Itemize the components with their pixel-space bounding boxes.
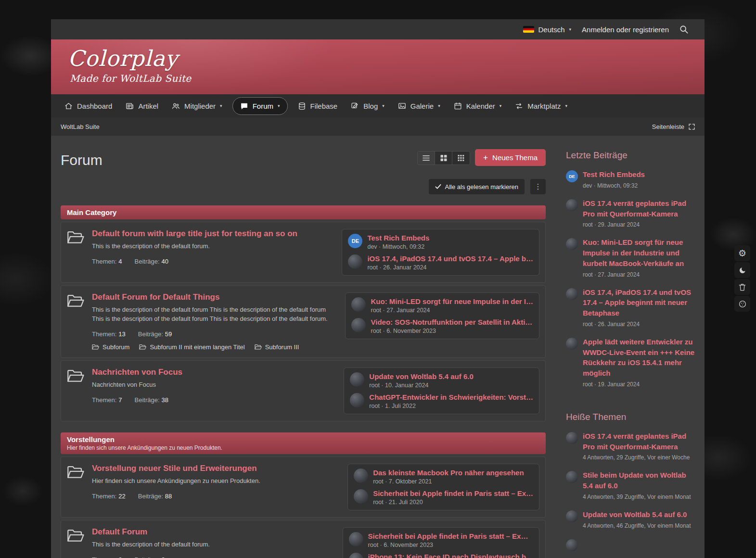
chat-icon (240, 102, 248, 110)
dark-mode-button[interactable] (734, 262, 750, 278)
nav-item-dashboard[interactable]: Dashboard (58, 94, 119, 117)
chevron-down-icon: ▾ (438, 104, 440, 108)
chevron-down-icon: ▾ (220, 104, 222, 108)
latest-post-meta: dev · Mittwoch, 09:32 (367, 243, 533, 250)
latest-post: ChatGPT-Entwickler in Schwierigkeiten: V… (350, 393, 533, 409)
list-view-icon (423, 155, 430, 161)
nav-item-blog[interactable]: Blog ▾ (344, 94, 391, 117)
sidebar-post-link[interactable]: Apple lädt weitere Entwickler zu WWDC-Li… (583, 337, 695, 379)
nav-item-forum[interactable]: Forum ▾ (232, 97, 288, 115)
latest-post-link[interactable]: Sicherheit bei Apple findet in Paris sta… (368, 532, 533, 540)
avatar[interactable] (349, 553, 363, 558)
latest-post-item: DE Test Rich Embeds dev · Mittwoch, 09:3… (566, 169, 695, 190)
chevron-down-icon: ▾ (278, 104, 280, 108)
avatar[interactable] (566, 432, 578, 444)
forum-link[interactable]: Default Forum for Default Things (92, 292, 219, 302)
avatar[interactable] (566, 471, 578, 483)
forum-description: Nachrichten von Focus (92, 380, 332, 390)
forum-link[interactable]: Vorstellung neuer Stile und Erweiterunge… (92, 464, 257, 473)
sidebar-post-link[interactable]: iOS 17.4 verrät geplantes iPad Pro mit Q… (583, 431, 695, 452)
latest-post: iOS 17.4, iPadOS 17.4 und tvOS 17.4 – Ap… (348, 254, 533, 271)
view-toggle-grid[interactable] (435, 152, 452, 165)
search-button[interactable] (679, 25, 688, 34)
grid-view-icon (440, 155, 447, 161)
avatar[interactable] (566, 338, 578, 350)
sidebar-post-link[interactable]: iOS 17.4, iPadOS 17.4 und tvOS 17.4 – Ap… (583, 287, 695, 318)
cookie-button[interactable] (734, 296, 750, 312)
avatar[interactable] (354, 469, 368, 483)
latest-post-link[interactable]: Das kleinste Macbook Pro näher angesehen (373, 469, 533, 477)
style-settings-button[interactable]: ⚙ (734, 245, 750, 261)
avatar[interactable] (566, 510, 578, 522)
latest-post-link[interactable]: Update von Woltlab 5.4 auf 6.0 (369, 372, 533, 380)
latest-post: DE Test Rich Embeds dev · Mittwoch, 09:3… (348, 234, 533, 250)
nav-item-kalender[interactable]: Kalender ▾ (447, 94, 509, 117)
latest-post: Kuo: Mini-LED sorgt für neue Impulse in … (351, 297, 533, 314)
nav-label: Forum (253, 102, 273, 110)
latest-post-link[interactable]: Sicherheit bei Apple findet in Paris sta… (373, 489, 533, 497)
new-topic-button[interactable]: + Neues Thema (475, 149, 546, 166)
latest-post-link[interactable]: iOS 17.4, iPadOS 17.4 und tvOS 17.4 – Ap… (367, 254, 533, 263)
sidebar-post-link[interactable]: Kuo: Mini-LED sorgt für neue Impulse in … (583, 237, 695, 268)
avatar[interactable] (566, 199, 578, 211)
nav-item-marktplatz[interactable]: Marktplatz ▾ (508, 94, 574, 117)
latest-post-meta: root · 7. Oktober 2021 (373, 478, 533, 485)
latest-post-link[interactable]: ChatGPT-Entwickler in Schwierigkeiten: V… (369, 393, 533, 401)
avatar[interactable] (566, 539, 578, 551)
latest-post-link[interactable]: Kuo: Mini-LED sorgt für neue Impulse in … (371, 297, 533, 305)
forum-link[interactable]: Nachrichten von Focus (92, 368, 182, 377)
category-header[interactable]: Main Category (61, 205, 546, 219)
latest-post-link[interactable]: Video: SOS-Notruffunktion per Satellit i… (371, 318, 533, 326)
folder-icon (67, 465, 84, 510)
site-logo[interactable]: Colorplay (68, 46, 705, 71)
sidebar: Letzte Beiträge DE Test Rich Embeds dev … (566, 148, 695, 558)
view-toggle-list[interactable] (418, 152, 435, 165)
avatar[interactable] (566, 288, 578, 300)
nav-label: Filebase (310, 102, 338, 110)
nav-item-mitglieder[interactable]: Mitglieder ▾ (165, 94, 229, 117)
latest-post-item: iOS 17.4, iPadOS 17.4 und tvOS 17.4 – Ap… (566, 287, 695, 329)
login-link[interactable]: Anmelden oder registrieren (582, 25, 669, 34)
avatar[interactable] (354, 489, 368, 504)
avatar[interactable] (349, 532, 363, 546)
avatar[interactable]: DE (348, 234, 362, 248)
sidebar-post-link[interactable]: Update von Woltlab 5.4 auf 6.0 (583, 509, 691, 520)
latest-posts-box: Update von Woltlab 5.4 auf 6.0 root · 10… (344, 368, 539, 414)
avatar[interactable] (351, 297, 366, 312)
forum-link[interactable]: Default Forum (92, 527, 147, 537)
mark-read-button[interactable]: Alle als gelesen markieren (429, 179, 525, 194)
sidebar-toggle[interactable]: Seitenleiste (652, 123, 695, 130)
more-options-button[interactable]: ⋮ (530, 179, 546, 194)
subforum-link[interactable]: Subforum III (255, 343, 299, 351)
forum-link[interactable]: Default forum with large title just for … (92, 229, 297, 239)
cookie-icon (739, 300, 746, 308)
latest-post-link[interactable]: Test Rich Embeds (367, 234, 533, 242)
view-toggle-compact[interactable] (452, 152, 470, 165)
nav-item-filebase[interactable]: Filebase (291, 94, 345, 117)
trash-button[interactable] (734, 279, 750, 295)
avatar[interactable] (350, 372, 364, 387)
language-selector[interactable]: Deutsch ▾ (523, 25, 572, 34)
home-icon (64, 102, 73, 110)
nav-item-galerie[interactable]: Galerie ▾ (391, 94, 447, 117)
top-bar: Deutsch ▾ Anmelden oder registrieren (51, 19, 705, 39)
sidebar-post-link[interactable]: Test Rich Embeds (583, 169, 645, 180)
sidebar-post-link[interactable]: iOS 17.4 verrät geplantes iPad Pro mit Q… (583, 198, 695, 219)
site-header: Colorplay Made for WoltLab Suite (51, 39, 705, 94)
gallery-icon (398, 102, 406, 110)
avatar[interactable] (348, 254, 362, 269)
avatar[interactable] (566, 238, 578, 250)
avatar[interactable]: DE (566, 170, 578, 182)
nav-item-artikel[interactable]: Artikel (119, 94, 165, 117)
forum-description: This is the description of the default f… (92, 305, 333, 324)
latest-posts-box: Sicherheit bei Apple findet in Paris sta… (343, 527, 539, 558)
latest-post-link[interactable]: iPhone 13: Kein Face ID nach Displaytaus… (368, 553, 533, 558)
avatar[interactable] (351, 318, 366, 332)
category-header[interactable]: Vorstellungen Hier finden sich unsere An… (61, 432, 546, 454)
sidebar-post-link[interactable]: Stile beim Update von Woltlab 5.4 auf 6.… (583, 470, 695, 491)
subforum-link[interactable]: Subforum II mit einem langen Titel (139, 343, 244, 351)
breadcrumb-site[interactable]: WoltLab Suite (61, 123, 100, 130)
subforum-link[interactable]: Subforum (92, 343, 129, 351)
avatar[interactable] (350, 393, 364, 407)
latest-post-meta: root · 6. November 2023 (371, 328, 533, 334)
